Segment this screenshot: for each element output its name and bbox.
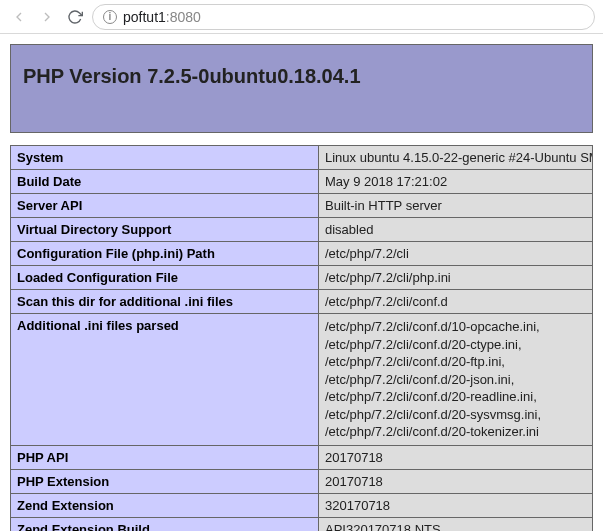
site-info-icon[interactable]: i — [103, 10, 117, 24]
php-version-banner: PHP Version 7.2.5-0ubuntu0.18.04.1 — [10, 44, 593, 133]
row-label: Zend Extension — [11, 493, 319, 517]
row-value: API320170718,NTS — [319, 517, 593, 531]
phpinfo-table: SystemLinux ubuntu 4.15.0-22-generic #24… — [10, 145, 593, 531]
table-row: Build DateMay 9 2018 17:21:02 — [11, 170, 593, 194]
row-label: Build Date — [11, 170, 319, 194]
row-label: Configuration File (php.ini) Path — [11, 242, 319, 266]
row-label: Zend Extension Build — [11, 517, 319, 531]
row-value: disabled — [319, 218, 593, 242]
table-row: Scan this dir for additional .ini files/… — [11, 290, 593, 314]
table-row: Zend Extension320170718 — [11, 493, 593, 517]
row-value: /etc/php/7.2/cli — [319, 242, 593, 266]
page-content: PHP Version 7.2.5-0ubuntu0.18.04.1 Syste… — [0, 34, 603, 531]
table-row: PHP API20170718 — [11, 445, 593, 469]
row-value: /etc/php/7.2/cli/conf.d — [319, 290, 593, 314]
back-button[interactable] — [8, 6, 30, 28]
row-value: 20170718 — [319, 469, 593, 493]
page-title: PHP Version 7.2.5-0ubuntu0.18.04.1 — [23, 65, 580, 88]
row-label: PHP Extension — [11, 469, 319, 493]
reload-button[interactable] — [64, 6, 86, 28]
table-row: Virtual Directory Supportdisabled — [11, 218, 593, 242]
forward-button[interactable] — [36, 6, 58, 28]
table-row: SystemLinux ubuntu 4.15.0-22-generic #24… — [11, 146, 593, 170]
row-value: 320170718 — [319, 493, 593, 517]
table-row: Server APIBuilt-in HTTP server — [11, 194, 593, 218]
row-label: Server API — [11, 194, 319, 218]
row-value: /etc/php/7.2/cli/php.ini — [319, 266, 593, 290]
row-label: Loaded Configuration File — [11, 266, 319, 290]
url-port: :8080 — [166, 9, 201, 25]
url-display: poftut1:8080 — [123, 9, 201, 25]
table-row: Zend Extension BuildAPI320170718,NTS — [11, 517, 593, 531]
table-row: PHP Extension20170718 — [11, 469, 593, 493]
row-value: Linux ubuntu 4.15.0-22-generic #24-Ubunt… — [319, 146, 593, 170]
row-label: System — [11, 146, 319, 170]
row-value: /etc/php/7.2/cli/conf.d/10-opcache.ini, … — [319, 314, 593, 446]
row-label: Virtual Directory Support — [11, 218, 319, 242]
url-host: poftut1 — [123, 9, 166, 25]
table-row: Additional .ini files parsed/etc/php/7.2… — [11, 314, 593, 446]
row-label: Scan this dir for additional .ini files — [11, 290, 319, 314]
row-value: Built-in HTTP server — [319, 194, 593, 218]
row-value: May 9 2018 17:21:02 — [319, 170, 593, 194]
row-label: Additional .ini files parsed — [11, 314, 319, 446]
row-label: PHP API — [11, 445, 319, 469]
row-value: 20170718 — [319, 445, 593, 469]
table-row: Configuration File (php.ini) Path/etc/ph… — [11, 242, 593, 266]
address-bar[interactable]: i poftut1:8080 — [92, 4, 595, 30]
table-row: Loaded Configuration File/etc/php/7.2/cl… — [11, 266, 593, 290]
browser-toolbar: i poftut1:8080 — [0, 0, 603, 34]
